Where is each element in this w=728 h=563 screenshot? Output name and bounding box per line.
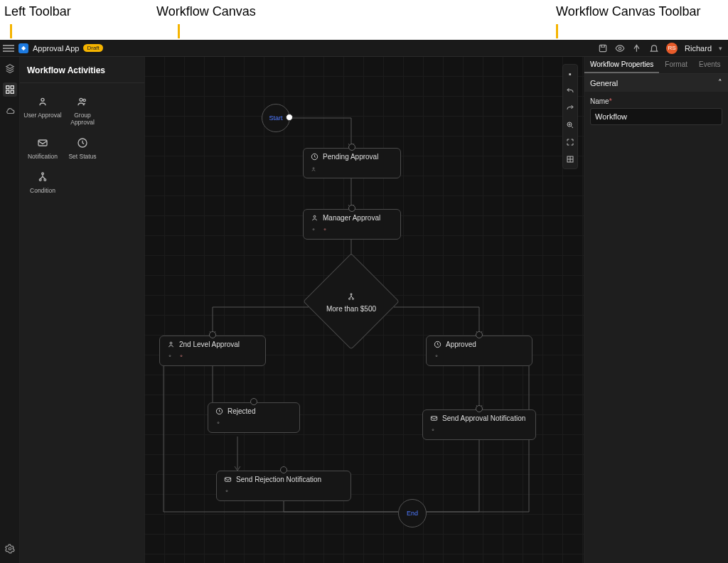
output-port-approve[interactable] (311, 226, 316, 232)
node-pending-approval[interactable]: Pending Approval (303, 148, 401, 178)
app-window: ◆ Approval App Draft RS Richard ▾ Workfl… (0, 40, 728, 563)
node-send-approval-notification[interactable]: Send Approval Notification (422, 409, 536, 440)
chevron-up-icon: ˄ (718, 78, 722, 87)
output-port-a[interactable] (167, 353, 173, 358)
output-port[interactable] (430, 427, 436, 432)
activity-condition[interactable]: Condition (23, 166, 63, 200)
preview-icon[interactable] (615, 43, 625, 53)
anno-canvas-toolbar: Workflow Canvas Toolbar (556, 4, 700, 19)
activity-user-approval[interactable]: User Approval (23, 90, 63, 132)
svg-point-7 (41, 98, 44, 101)
node-second-level-approval[interactable]: 2nd Level Approval (159, 336, 266, 366)
svg-rect-0 (599, 45, 606, 51)
svg-point-23 (170, 342, 172, 344)
svg-point-9 (83, 99, 85, 101)
notifications-icon[interactable] (649, 43, 659, 53)
start-output-port[interactable] (286, 114, 293, 121)
activity-label: Notification (28, 153, 58, 160)
node-label: More than $500 (326, 305, 376, 313)
toolbar-grid-toggle[interactable] (565, 154, 575, 164)
toolbar-redo[interactable] (565, 103, 575, 113)
app-logo-icon: ◆ (18, 43, 28, 53)
svg-point-6 (9, 547, 11, 550)
anno-workflow-canvas: Workflow Canvas (156, 4, 256, 19)
header-bar: ◆ Approval App Draft RS Richard ▾ (0, 40, 728, 57)
node-end[interactable]: End (398, 499, 427, 527)
toolbar-fit[interactable] (565, 137, 575, 147)
svg-point-19 (324, 229, 326, 230)
user-icon (311, 214, 318, 222)
canvas-toolbar: ▪ (562, 64, 578, 169)
tab-events[interactable]: Events (693, 57, 727, 73)
input-port[interactable] (250, 398, 257, 405)
chevron-down-icon[interactable]: ▾ (719, 45, 722, 52)
node-manager-approval[interactable]: Manager Approval (303, 209, 401, 240)
svg-point-33 (226, 490, 228, 492)
rail-activities[interactable] (3, 82, 17, 97)
svg-point-14 (44, 179, 46, 181)
status-icon (434, 341, 441, 348)
tab-workflow-properties[interactable]: Workflow Properties (584, 57, 659, 73)
input-port[interactable] (476, 405, 483, 412)
svg-rect-30 (431, 417, 437, 421)
svg-point-20 (350, 293, 352, 294)
output-port[interactable] (215, 419, 221, 425)
input-port[interactable] (280, 466, 287, 473)
header-left: ◆ Approval App Draft (0, 43, 103, 53)
svg-rect-5 (11, 90, 14, 93)
toolbar-collapse[interactable]: ▪ (565, 69, 575, 79)
svg-point-12 (42, 173, 44, 175)
user-name[interactable]: Richard (685, 44, 712, 53)
properties-panel: Workflow Properties Format Events Genera… (584, 57, 728, 563)
node-rejected[interactable]: Rejected (208, 402, 300, 433)
svg-point-21 (349, 298, 350, 299)
svg-point-31 (432, 429, 434, 431)
output-port[interactable] (434, 353, 439, 358)
node-label: Send Rejection Notification (236, 476, 321, 483)
start-label: Start (269, 114, 282, 122)
input-port[interactable] (348, 144, 355, 151)
svg-point-16 (313, 168, 314, 169)
output-port-b[interactable] (178, 353, 184, 358)
activity-label: Group Approval (63, 112, 102, 126)
toolbar-zoom[interactable] (565, 120, 575, 130)
node-start[interactable]: Start (262, 104, 290, 132)
input-port[interactable] (209, 331, 216, 338)
status-badge: Draft (83, 44, 102, 52)
output-port[interactable] (224, 488, 230, 493)
rail-layers[interactable] (3, 61, 17, 75)
save-icon[interactable] (598, 43, 608, 53)
section-general[interactable]: General ˄ (584, 74, 728, 92)
node-label: Manager Approval (323, 214, 380, 222)
toolbar-undo[interactable] (565, 86, 575, 96)
output-port[interactable] (311, 165, 316, 171)
tab-format[interactable]: Format (659, 57, 693, 73)
svg-rect-3 (11, 86, 14, 89)
rail-cloud[interactable] (3, 104, 17, 118)
activity-group-approval[interactable]: Group Approval (63, 90, 102, 132)
rail-settings[interactable] (3, 542, 17, 556)
node-approved[interactable]: Approved (426, 336, 532, 366)
app-name: Approval App (33, 44, 79, 53)
svg-rect-4 (6, 90, 9, 93)
field-name: Name* (584, 92, 728, 131)
activities-panel: Workflow Activities User Approval Group … (20, 57, 145, 563)
activity-set-status[interactable]: Set Status (63, 132, 102, 166)
publish-icon[interactable] (632, 43, 642, 53)
output-port-reject[interactable] (322, 226, 328, 232)
menu-icon[interactable] (3, 45, 14, 52)
svg-point-1 (619, 47, 621, 50)
workflow-canvas[interactable]: Start Pending Approval Manager Approval … (145, 57, 584, 563)
svg-point-17 (314, 215, 316, 218)
node-decision-more-than-500[interactable]: More than $500 (317, 267, 385, 336)
node-label: Send Approval Notification (442, 414, 525, 422)
name-input[interactable] (590, 108, 722, 125)
input-port[interactable] (476, 331, 483, 338)
anno-tick-1 (10, 24, 12, 38)
avatar[interactable]: RS (666, 43, 678, 54)
input-port[interactable] (348, 205, 355, 212)
activity-notification[interactable]: Notification (23, 132, 63, 166)
svg-point-25 (181, 355, 182, 357)
anno-tick-3 (556, 24, 558, 38)
node-send-rejection-notification[interactable]: Send Rejection Notification (216, 471, 351, 501)
